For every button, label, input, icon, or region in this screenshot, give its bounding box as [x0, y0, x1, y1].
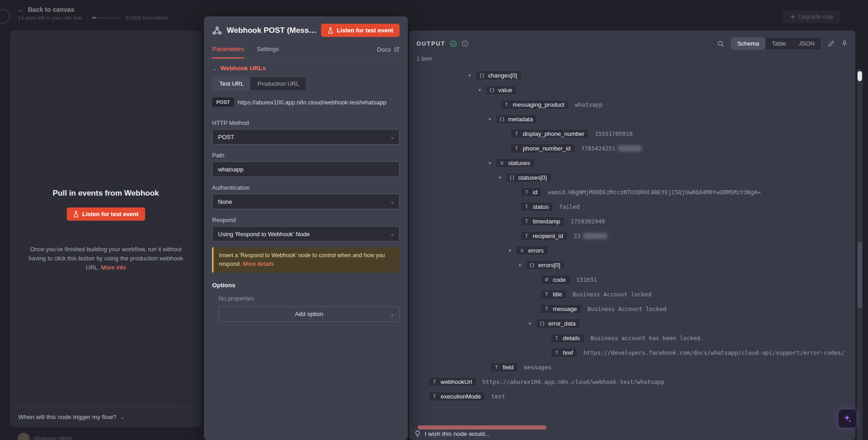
node-settings-panel: Webhook POST (Messages) Listen for test … [204, 16, 408, 440]
schema-key-pill[interactable]: {}errors[0] [526, 260, 565, 270]
respond-select[interactable]: Using 'Respond to Webhook' Node ⌄ [212, 226, 400, 242]
schema-key-name: title [553, 291, 562, 298]
test-url-tab[interactable]: Test URL [213, 77, 250, 90]
schema-row: ▾{}statuses[0] [425, 170, 847, 185]
scrollbar-thumb[interactable] [858, 71, 862, 81]
schema-key-pill[interactable]: Tmessage [541, 304, 582, 314]
add-option-select[interactable]: Add option ⌄ [218, 306, 400, 322]
schema-key-pill[interactable]: {}value [486, 85, 517, 95]
production-url-tab[interactable]: Production URL [250, 77, 306, 90]
app-window: ← Back to canvas 14 days left in your n8… [0, 0, 868, 440]
schema-key-pill[interactable]: Ttimestamp [520, 217, 565, 226]
schema-key-name: phone_number_id [523, 145, 571, 152]
schema-row: Tidwamid.HBgNMjM0ODEzMzczNTU3ORUCABEYEjI… [425, 185, 847, 199]
string-type-icon: T [514, 145, 520, 151]
chevron-down-icon[interactable]: ▾ [489, 116, 496, 122]
schema-key-pill[interactable]: Tdisplay_phone_number [510, 129, 589, 139]
schema-key-pill[interactable]: Trecipient_id [520, 231, 568, 241]
schema-key-name: message [553, 305, 577, 312]
schema-row: Tdisplay_phone_number15551705910 [425, 126, 847, 141]
tab-parameters[interactable]: Parameters [212, 41, 244, 58]
string-type-icon: T [514, 131, 520, 136]
schema-key-name: details [563, 335, 580, 342]
array-type-icon: ≡ [499, 160, 505, 166]
node-header: Webhook POST (Messages) Listen for test … [204, 16, 408, 41]
webhook-hint-text: Once you've finished building your workf… [22, 245, 190, 272]
listen-for-test-event-button[interactable]: Listen for test event [67, 207, 145, 221]
schema-key-pill[interactable]: Ttitle [541, 290, 567, 299]
search-icon[interactable] [717, 40, 724, 47]
chevron-down-icon[interactable]: ▾ [499, 175, 506, 181]
string-type-icon: T [431, 393, 437, 399]
schema-row: Tmessaging_productwhatsapp [425, 97, 847, 112]
chevron-down-icon[interactable]: ▾ [489, 160, 496, 166]
view-table[interactable]: Table [765, 37, 792, 50]
chevron-down-icon[interactable]: ▾ [519, 262, 526, 268]
chevron-down-icon: ⌄ [390, 231, 395, 237]
chevron-down-icon[interactable]: ▾ [529, 321, 536, 326]
flask-icon [327, 27, 333, 34]
chevron-down-icon[interactable]: ▾ [509, 248, 516, 254]
schema-key-pill[interactable]: Tphone_number_id [510, 144, 575, 153]
pin-data-icon[interactable] [841, 40, 848, 47]
schema-value: Business Account locked [572, 291, 651, 298]
schema-value: 15551705910 [595, 130, 633, 137]
schema-key-pill[interactable]: Thref [551, 348, 577, 357]
schema-key-pill[interactable]: {}changes[0] [476, 71, 522, 80]
http-method-select[interactable]: POST ⌄ [212, 129, 400, 145]
schema-key-name: display_phone_number [523, 130, 584, 137]
schema-key-pill[interactable]: {}statuses[0] [506, 173, 551, 182]
schema-key-pill[interactable]: {}metadata [496, 114, 537, 124]
node-feedback-link[interactable]: I wish this node would... [414, 430, 490, 437]
schema-key-name: id [533, 189, 537, 196]
string-type-icon: T [554, 335, 560, 341]
webhook-url-row[interactable]: POST https://aburex100.app.n8n.cloud/web… [212, 98, 400, 107]
schema-value: 7785424251 [581, 145, 615, 152]
docs-link[interactable]: Docs [377, 41, 400, 58]
string-type-icon: T [524, 189, 530, 195]
schema-key-pill[interactable]: TwebhookUrl [428, 377, 477, 387]
schema-key-pill[interactable]: Tfield [490, 362, 518, 372]
authentication-select[interactable]: None ⌄ [212, 194, 400, 209]
listen-for-test-event-button-header[interactable]: Listen for test event [321, 24, 400, 37]
trigger-question-label: When will this node trigger my flow? [18, 414, 116, 420]
schema-value: https://aburex100.app.n8n.cloud/webhook-… [483, 378, 665, 385]
schema-key-name: code [553, 276, 566, 283]
more-details-link[interactable]: More details [243, 261, 274, 267]
webhook-urls-section-toggle[interactable]: ⌄ Webhook URLs [212, 65, 400, 72]
items-count: 1 item [409, 56, 855, 62]
schema-value: whatsapp [575, 101, 602, 108]
schema-row: TwebhookUrlhttps://aburex100.app.n8n.clo… [425, 374, 847, 389]
schema-key-pill[interactable]: #code [541, 275, 570, 285]
schema-row: ▾{}metadata [425, 112, 847, 126]
schema-key-pill[interactable]: Tstatus [520, 202, 553, 212]
options-label: Options [212, 282, 400, 289]
chevron-down-icon: ⌄ [390, 311, 395, 317]
trigger-info-toggle[interactable]: When will this node trigger my flow? ⌄ [10, 406, 202, 427]
chevron-down-icon: ⌄ [390, 198, 395, 205]
edit-output-icon[interactable] [828, 40, 835, 47]
info-icon [462, 40, 468, 47]
chevron-down-icon[interactable]: ▾ [478, 87, 486, 93]
parameters-body: ⌄ Webhook URLs Test URL Production URL P… [204, 58, 408, 322]
schema-key-pill[interactable]: ≡errors [516, 246, 548, 255]
output-title: OUTPUT [416, 41, 445, 47]
schema-key-pill[interactable]: Tmessaging_product [500, 100, 569, 109]
string-type-icon: T [524, 218, 530, 224]
object-type-icon: {} [539, 321, 545, 326]
schema-key-pill[interactable]: Tid [520, 187, 542, 197]
string-type-icon: T [544, 306, 550, 311]
ai-assistant-button[interactable] [838, 409, 857, 428]
schema-key-pill[interactable]: ≡statuses [496, 158, 535, 168]
chevron-down-icon[interactable]: ▾ [468, 72, 476, 78]
path-label: Path [212, 152, 400, 159]
tab-settings[interactable]: Settings [257, 41, 279, 58]
path-input[interactable]: whatsapp [212, 161, 400, 177]
http-method-group: HTTP Method POST ⌄ [212, 119, 400, 145]
more-info-link[interactable]: More info [101, 264, 126, 271]
view-json[interactable]: JSON [792, 37, 821, 50]
view-schema[interactable]: Schema [731, 37, 766, 50]
schema-key-pill[interactable]: TexecutionMode [428, 392, 485, 401]
schema-key-pill[interactable]: {}error_data [536, 319, 580, 328]
schema-key-pill[interactable]: Tdetails [551, 333, 585, 343]
